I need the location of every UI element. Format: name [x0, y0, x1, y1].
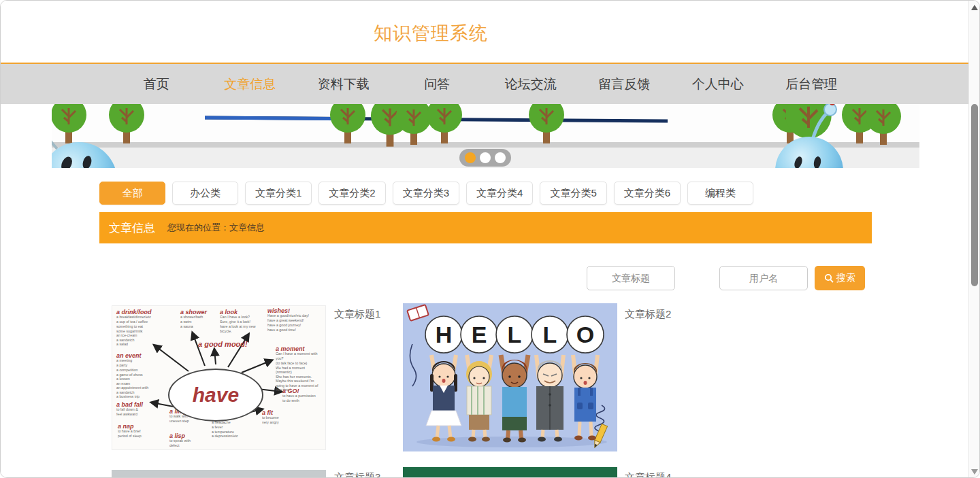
search-icon — [824, 273, 834, 283]
category-2[interactable]: 文章分类2 — [318, 182, 385, 205]
carousel-dot-2[interactable] — [480, 152, 491, 163]
username-input[interactable] — [719, 266, 808, 290]
hello-letter: L — [508, 322, 522, 347]
mindmap-heading: a good mood! — [198, 340, 252, 348]
article-title-4[interactable]: 文章标题4 — [625, 471, 671, 478]
mindmap-heading: wishes! — [267, 307, 325, 314]
mindmap-heading: a GO! — [282, 388, 323, 394]
mindmap-group: wishes! Have a good/nice/etc day! have a… — [267, 307, 325, 335]
nav-item-feedback[interactable]: 留言反馈 — [578, 64, 672, 104]
carousel-dots — [459, 149, 511, 167]
mindmap-heading: an event — [116, 352, 164, 359]
carousel-banner[interactable] — [52, 104, 919, 168]
cartoon-oldman — [536, 355, 564, 442]
article-thumbnail-3[interactable] — [112, 470, 326, 478]
mindmap-items: a shower/bath a swim a sauna — [180, 315, 213, 329]
mindmap-group: a good mood! — [198, 340, 252, 348]
search-bar: 搜索 — [1, 266, 970, 290]
mindmap-heading: a look — [220, 309, 263, 315]
category-all[interactable]: 全部 — [99, 182, 165, 205]
article-thumbnail-4[interactable] — [403, 467, 617, 478]
mindmap-items: Have a good/nice/etc day! have a great w… — [267, 314, 318, 332]
breadcrumb-location: 您现在的位置：文章信息 — [167, 222, 265, 234]
mindmap-heading: a moment — [276, 345, 325, 352]
category-filter: 全部 办公类 文章分类1 文章分类2 文章分类3 文章分类4 文章分类5 文章分… — [99, 182, 753, 205]
nav-item-admin[interactable]: 后台管理 — [765, 64, 859, 104]
mindmap-heading: a shower — [180, 309, 217, 315]
main-nav: 首页 文章信息 资料下载 问答 论坛交流 留言反馈 个人中心 后台管理 — [1, 64, 970, 104]
mindmap-group: a look Can I have a look? Sure, give it … — [220, 309, 263, 336]
hello-letter: O — [576, 322, 594, 347]
mindmap-heading: a fit — [262, 409, 296, 416]
hello-letter: H — [436, 322, 453, 347]
breadcrumb-section: 文章信息 — [109, 220, 155, 236]
category-programming[interactable]: 编程类 — [687, 182, 753, 205]
mindmap-heading: a bad fall — [116, 401, 160, 408]
scrollbar-thumb[interactable] — [971, 104, 978, 286]
hello-cartoon-icon: H E L L O — [403, 303, 617, 451]
article-thumbnail-1[interactable]: a drink/food a breakfast/dinner/etc a cu… — [112, 305, 326, 450]
mindmap-items: a breakfast/dinner/etc a cup of tea / co… — [116, 315, 163, 347]
mindmap-group: a GO! to have a permission to do smth — [282, 388, 323, 405]
carousel-dot-1[interactable] — [465, 152, 476, 163]
mindmap-group: a bad fall to fall down & feel awkward — [116, 401, 160, 418]
article-thumbnail-2[interactable]: H E L L O — [403, 303, 617, 451]
nav-item-home[interactable]: 首页 — [110, 64, 203, 104]
category-4[interactable]: 文章分类4 — [466, 182, 533, 205]
mindmap-group: a shower a shower/bath a swim a sauna — [180, 309, 217, 331]
mindmap-group: an event a meeting a party a competition… — [116, 352, 164, 405]
search-button-label: 搜索 — [836, 272, 855, 284]
mindmap-heading: a drink/food — [116, 309, 169, 315]
mindmap-center-word: have — [193, 383, 239, 407]
breadcrumb: 文章信息 您现在的位置：文章信息 — [99, 212, 872, 243]
article-title-1[interactable]: 文章标题1 — [334, 308, 380, 321]
article-title-3[interactable]: 文章标题3 — [334, 471, 380, 478]
site-title: 知识管理系统 — [1, 21, 861, 46]
scrollbar-up-arrow-icon[interactable] — [971, 5, 978, 10]
page-content: 知识管理系统 首页 文章信息 资料下载 问答 论坛交流 留言反馈 个人中心 后台… — [1, 1, 970, 478]
nav-item-profile[interactable]: 个人中心 — [671, 64, 765, 104]
carousel-dot-3[interactable] — [495, 152, 506, 163]
nav-item-articles[interactable]: 文章信息 — [203, 64, 297, 104]
mindmap-items: to have a permission to do smth — [282, 394, 318, 403]
mindmap-items: to speak with defect — [169, 439, 203, 448]
nav-items: 首页 文章信息 资料下载 问答 论坛交流 留言反馈 个人中心 后台管理 — [110, 64, 858, 104]
nav-item-qa[interactable]: 问答 — [391, 64, 485, 104]
category-5[interactable]: 文章分类5 — [540, 182, 606, 205]
mindmap-heading: a lisp — [169, 432, 208, 439]
hello-letter: E — [472, 322, 487, 347]
mindmap-group: a lisp to speak with defect — [169, 432, 208, 449]
mindmap-group: a nap to have a brief period of sleep — [118, 423, 161, 440]
category-1[interactable]: 文章分类1 — [245, 182, 312, 205]
scrollbar-down-arrow-icon[interactable] — [971, 469, 978, 475]
mindmap-heading: a nap — [118, 423, 161, 430]
mindmap-items: to have a brief period of sleep — [118, 430, 156, 439]
mindmap-items: to fall down & feel awkward — [116, 408, 154, 417]
hello-letter: L — [543, 322, 557, 347]
category-office[interactable]: 办公类 — [172, 182, 238, 205]
cartoon-man — [501, 355, 528, 443]
mindmap-items: Can I have a look? Sure, give it a look!… — [220, 315, 258, 333]
mindmap-group: a fit to become very angry — [262, 409, 296, 426]
mindmap-items: a meeting a party a competition a game o… — [116, 359, 159, 399]
article-title-2[interactable]: 文章标题2 — [625, 308, 671, 321]
category-3[interactable]: 文章分类3 — [393, 182, 459, 205]
mindmap-items: to become very angry — [262, 416, 292, 425]
article-title-input[interactable] — [587, 266, 675, 290]
nav-item-forum[interactable]: 论坛交流 — [484, 64, 578, 104]
mindmap-center: have — [168, 369, 263, 422]
mindmap-group: a drink/food a breakfast/dinner/etc a cu… — [116, 309, 169, 352]
cartoon-woman — [466, 355, 492, 442]
nav-item-downloads[interactable]: 资料下载 — [297, 64, 391, 104]
search-button[interactable]: 搜索 — [815, 266, 865, 290]
scrollbar[interactable] — [968, 1, 979, 478]
header: 知识管理系统 — [1, 1, 970, 63]
mindmap-items: Can I have a moment with you? (to talk f… — [276, 352, 318, 392]
browser-window: 知识管理系统 首页 文章信息 资料下载 问答 论坛交流 留言反馈 个人中心 后台… — [0, 0, 980, 478]
category-6[interactable]: 文章分类6 — [614, 182, 681, 205]
